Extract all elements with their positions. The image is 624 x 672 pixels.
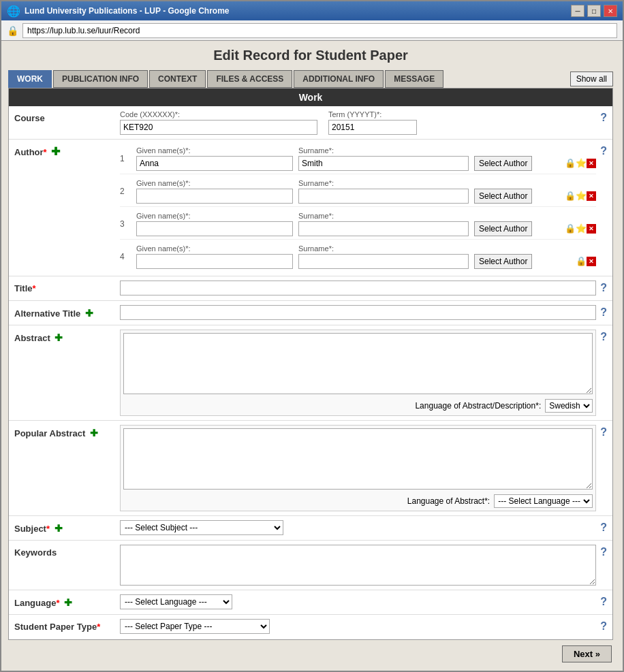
author-3-name-row: Given name(s)*: Surname*: Select Author bbox=[136, 212, 562, 236]
author-1-given-input[interactable] bbox=[136, 156, 293, 171]
author-2-surname-input[interactable] bbox=[298, 189, 469, 204]
popular-abstract-add-icon[interactable]: ✚ bbox=[90, 428, 98, 438]
author-3-lock-icon[interactable]: 🔒 bbox=[565, 224, 574, 234]
course-inputs: Code (XXXXXX)*: Term (YYYYT)*: bbox=[120, 110, 596, 135]
abstract-lang-row: Language of Abstract/Description*: Swedi… bbox=[123, 396, 593, 413]
abstract-lang-label: Language of Abstract/Description*: bbox=[415, 401, 541, 411]
term-label: Term (YYYYT)*: bbox=[328, 110, 417, 118]
subject-select[interactable]: --- Select Subject --- bbox=[120, 520, 283, 535]
tab-files-access[interactable]: FILES & ACCESS bbox=[207, 70, 292, 88]
alt-title-input[interactable] bbox=[120, 305, 596, 320]
author-4-delete-icon[interactable]: ✕ bbox=[587, 257, 596, 266]
course-term-input[interactable] bbox=[328, 120, 417, 135]
author-1-name-row: Given name(s)*: Surname*: Select Author bbox=[136, 146, 562, 171]
abstract-content: Language of Abstract/Description*: Swedi… bbox=[120, 330, 596, 416]
author-2-fields: Given name(s)*: Surname*: Select Author bbox=[136, 179, 562, 204]
bottom-nav: Next » bbox=[8, 645, 613, 662]
author-row-1: 1 Given name(s)*: Surname*: bbox=[120, 144, 596, 174]
address-bar: 🔒 bbox=[1, 20, 623, 41]
course-term-field: Term (YYYYT)*: bbox=[328, 110, 417, 135]
course-code-input[interactable] bbox=[120, 120, 317, 135]
popular-abstract-content: Language of Abstract*: --- Select Langua… bbox=[120, 425, 596, 511]
author-1-select-btn[interactable]: Select Author bbox=[474, 156, 532, 171]
author-2-given-input[interactable] bbox=[136, 189, 293, 204]
popular-abstract-lang-label: Language of Abstract*: bbox=[407, 496, 490, 506]
language-help-icon[interactable]: ? bbox=[600, 594, 607, 608]
author-3-delete-icon[interactable]: ✕ bbox=[587, 224, 596, 234]
author-4-given-input[interactable] bbox=[136, 254, 293, 269]
author-3-select-btn[interactable]: Select Author bbox=[474, 221, 532, 236]
author-4-lock-icon[interactable]: 🔒 bbox=[576, 257, 585, 266]
maximize-button[interactable]: □ bbox=[587, 5, 601, 17]
title-bar: 🌐 Lund University Publications - LUP - G… bbox=[1, 1, 623, 20]
author-4-select-btn[interactable]: Select Author bbox=[474, 254, 532, 269]
author-3-star-icon[interactable]: ⭐ bbox=[576, 224, 585, 234]
author-3-surname-field: Surname*: bbox=[298, 212, 469, 236]
tab-publication-info[interactable]: PUBLICATION INFO bbox=[53, 70, 148, 88]
author-1-actions: 🔒 ⭐ ✕ bbox=[565, 159, 596, 168]
show-all-button[interactable]: Show all bbox=[570, 71, 613, 86]
tab-additional-info[interactable]: ADDITIONAL INFO bbox=[294, 70, 384, 88]
popular-abstract-lang-select[interactable]: --- Select Language --- Swedish English … bbox=[494, 494, 593, 508]
author-2-delete-icon[interactable]: ✕ bbox=[587, 191, 596, 201]
paper-type-label: Student Paper Type* bbox=[14, 619, 120, 632]
abstract-help-icon[interactable]: ? bbox=[600, 330, 607, 343]
author-2-lock-icon[interactable]: 🔒 bbox=[565, 191, 574, 201]
language-field: --- Select Language --- Swedish English bbox=[120, 594, 596, 609]
tab-bar: WORK PUBLICATION INFO CONTEXT FILES & AC… bbox=[8, 70, 443, 88]
author-2-actions: 🔒 ⭐ ✕ bbox=[565, 191, 596, 201]
author-1-surname-input[interactable] bbox=[298, 156, 469, 171]
author-fields: 1 Given name(s)*: Surname*: bbox=[120, 144, 596, 272]
popular-abstract-lang-row: Language of Abstract*: --- Select Langua… bbox=[123, 492, 593, 508]
author-row: Author* ✚ 1 Given name(s)*: bbox=[9, 140, 612, 276]
paper-type-select[interactable]: --- Select Paper Type --- bbox=[120, 619, 270, 634]
keywords-row: Keywords ? bbox=[9, 541, 612, 590]
tab-message[interactable]: MESSAGE bbox=[385, 70, 443, 88]
alt-title-add-icon[interactable]: ✚ bbox=[85, 308, 93, 319]
keywords-textarea[interactable] bbox=[120, 545, 596, 586]
title-help-icon[interactable]: ? bbox=[600, 281, 607, 294]
course-label: Course bbox=[14, 110, 120, 123]
abstract-add-icon[interactable]: ✚ bbox=[54, 332, 63, 343]
popular-abstract-textarea[interactable] bbox=[123, 428, 593, 490]
alt-title-help-icon[interactable]: ? bbox=[600, 305, 607, 319]
url-input[interactable] bbox=[22, 23, 617, 38]
abstract-lang-select[interactable]: Swedish English German French Spanish bbox=[545, 399, 593, 413]
author-1-delete-icon[interactable]: ✕ bbox=[587, 159, 596, 168]
code-label: Code (XXXXXX)*: bbox=[120, 110, 317, 118]
author-2-given-label: Given name(s)*: bbox=[136, 179, 293, 187]
author-1-lock-icon[interactable]: 🔒 bbox=[565, 159, 574, 168]
author-3-surname-input[interactable] bbox=[298, 221, 469, 236]
paper-type-help-icon[interactable]: ? bbox=[600, 619, 607, 633]
minimize-button[interactable]: ─ bbox=[571, 5, 584, 17]
window-controls[interactable]: ─ □ ✕ bbox=[571, 5, 617, 17]
author-1-star-icon[interactable]: ⭐ bbox=[576, 159, 585, 168]
subject-help-icon[interactable]: ? bbox=[600, 520, 607, 534]
author-2-select-btn[interactable]: Select Author bbox=[474, 189, 532, 204]
course-help-icon[interactable]: ? bbox=[600, 110, 607, 124]
abstract-textarea[interactable] bbox=[123, 333, 593, 394]
author-add-icon[interactable]: ✚ bbox=[51, 146, 60, 157]
alt-title-row: Alternative Title ✚ ? bbox=[9, 301, 612, 325]
author-help-icon[interactable]: ? bbox=[600, 144, 607, 157]
popular-abstract-help-icon[interactable]: ? bbox=[600, 425, 607, 438]
language-add-icon[interactable]: ✚ bbox=[64, 597, 72, 608]
tab-work[interactable]: WORK bbox=[8, 70, 52, 88]
course-fields: Code (XXXXXX)*: Term (YYYYT)*: bbox=[120, 110, 596, 135]
author-3-surname-label: Surname*: bbox=[298, 212, 469, 220]
tab-context[interactable]: CONTEXT bbox=[149, 70, 206, 88]
paper-type-row: Student Paper Type* --- Select Paper Typ… bbox=[9, 615, 612, 639]
author-2-name-row: Given name(s)*: Surname*: Select Author bbox=[136, 179, 562, 204]
author-2-star-icon[interactable]: ⭐ bbox=[576, 191, 585, 201]
author-3-given-input[interactable] bbox=[136, 221, 293, 236]
keywords-help-icon[interactable]: ? bbox=[600, 545, 607, 558]
title-input[interactable] bbox=[120, 281, 596, 295]
author-4-surname-input[interactable] bbox=[298, 254, 469, 269]
close-button[interactable]: ✕ bbox=[604, 5, 617, 17]
author-1-given-field: Given name(s)*: bbox=[136, 146, 293, 171]
subject-add-icon[interactable]: ✚ bbox=[54, 523, 63, 534]
author-num-2: 2 bbox=[120, 187, 134, 196]
language-select[interactable]: --- Select Language --- Swedish English bbox=[120, 594, 232, 609]
next-button[interactable]: Next » bbox=[562, 645, 612, 662]
title-label: Title* bbox=[14, 281, 120, 293]
